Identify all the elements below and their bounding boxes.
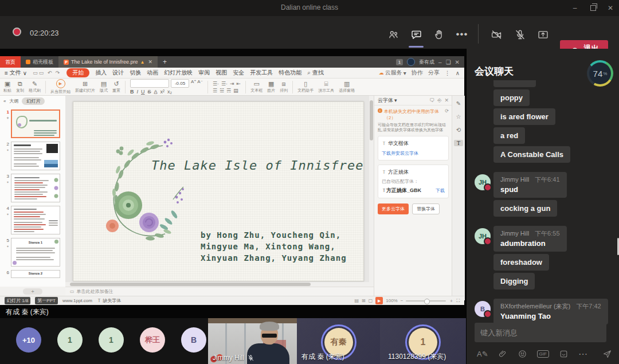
canvas-horizontal-scrollbar[interactable]: [65, 282, 369, 287]
sticker-button[interactable]: [559, 349, 569, 359]
doc-assistant-button[interactable]: ▯文档助手: [297, 80, 314, 93]
participant-avatar[interactable]: B: [181, 327, 206, 353]
zoom-in-button[interactable]: ＋: [449, 298, 453, 304]
reset-button[interactable]: ↺重置: [112, 80, 120, 93]
collaborate-button[interactable]: 协作: [412, 69, 423, 77]
superscript-button[interactable]: x²: [160, 89, 165, 95]
raise-hand-button[interactable]: [430, 25, 448, 44]
wps-tab-document[interactable]: P The Lake Isle of Innisfree.pre ▲ ✕: [58, 56, 158, 68]
chat-bubble[interactable]: A Constable Calls: [493, 146, 570, 163]
list-buttons[interactable]: ☰·☰·⇥⇤: [213, 81, 241, 87]
slide-thumbnail-3[interactable]: [11, 174, 60, 202]
missing-font-status[interactable]: Ｔ 缺失字体: [97, 298, 121, 304]
view-normal-icon[interactable]: ▤: [354, 298, 359, 303]
attach-button[interactable]: [498, 349, 508, 359]
font-size-select[interactable]: -0.05: [171, 79, 189, 88]
font-name-select[interactable]: [130, 79, 169, 88]
chat-bubble[interactable]: Jimmy Hill 下午6:41 spud: [493, 172, 567, 198]
chat-button[interactable]: [407, 25, 425, 44]
menu-file[interactable]: ≡ 文件 ∨: [5, 69, 27, 77]
textbox-button[interactable]: ▭文本框: [250, 80, 263, 93]
video-tile-jimmy[interactable]: Jimmy Hill: [208, 318, 297, 364]
download-install-link[interactable]: 下载并安装云字体: [382, 150, 445, 156]
format-painter-button[interactable]: ✎格式刷: [29, 80, 41, 93]
refresh-icon[interactable]: ⟳: [445, 108, 449, 113]
slide-title[interactable]: The Lake Isle of Innisfree: [151, 158, 363, 173]
account-name[interactable]: 秦有成: [419, 58, 434, 66]
sync-icon[interactable]: ⟲: [454, 127, 463, 133]
selection-pane-button[interactable]: ▥选择窗格: [339, 80, 355, 93]
participant-overflow-avatar[interactable]: +10: [16, 327, 41, 353]
wps-minimize-icon[interactable]: –: [438, 59, 442, 65]
add-slide-button[interactable]: ＋: [23, 288, 42, 295]
share-button[interactable]: 分享: [428, 69, 440, 77]
play-from-current-button[interactable]: ▶从当前开始: [50, 79, 70, 95]
fit-window-icon[interactable]: ⛶: [456, 298, 460, 304]
subscript-button[interactable]: x₂: [167, 89, 172, 95]
notes-placeholder[interactable]: 单击此处添加备注: [77, 288, 113, 295]
slide-thumbnail-4[interactable]: [11, 206, 60, 234]
slide-thumbnail-5[interactable]: Stanza 1: [11, 238, 60, 267]
font-grow-shrink[interactable]: A⁺ A⁻: [191, 79, 203, 88]
menu-more-icon[interactable]: ⋮: [445, 70, 450, 76]
minimize-button[interactable]: –: [565, 0, 585, 16]
wps-tab-home[interactable]: 首页: [0, 56, 21, 68]
menu-find[interactable]: ⌕ 查找: [307, 69, 323, 77]
arrange-button[interactable]: ⧈排列: [280, 80, 288, 93]
menu-insert[interactable]: 插入: [95, 69, 107, 77]
participant-avatar[interactable]: 桦王: [140, 327, 165, 353]
menu-start[interactable]: 开始: [66, 68, 89, 77]
pane-pin-icon[interactable]: ⎆: [437, 97, 441, 104]
slideshow-play-button[interactable]: ▶: [375, 297, 383, 304]
close-tab-icon[interactable]: ✕: [148, 59, 153, 65]
star-icon[interactable]: ☆: [454, 113, 463, 120]
chat-bubble-clipped[interactable]: [493, 80, 536, 87]
chat-message-input[interactable]: [475, 323, 606, 342]
view-sorter-icon[interactable]: ⊞: [362, 298, 366, 303]
view-reading-icon[interactable]: ▢: [369, 298, 373, 303]
collapse-ribbon-icon[interactable]: ∧: [456, 70, 460, 76]
audio-tile-guest[interactable]: 1 1130128399 (来宾): [380, 318, 466, 364]
layout-button[interactable]: ▤版式: [100, 80, 108, 93]
emoji-button[interactable]: [518, 349, 527, 359]
avatar[interactable]: JH: [475, 228, 491, 244]
menu-security[interactable]: 安全: [233, 69, 244, 77]
share-screen-button[interactable]: [534, 25, 552, 44]
chat-bubble[interactable]: a red: [493, 127, 525, 144]
pane-comment-icon[interactable]: 🗨: [429, 97, 434, 104]
italic-button[interactable]: I: [137, 89, 139, 95]
wps-close-icon[interactable]: ✕: [455, 59, 460, 65]
chat-bubble[interactable]: is ared flower: [493, 108, 555, 125]
slide-thumbnail-2[interactable]: [11, 142, 60, 170]
underline-button[interactable]: U: [141, 89, 145, 95]
download-link[interactable]: 下载: [436, 187, 445, 194]
pane-close-icon[interactable]: ✕: [444, 97, 449, 104]
menu-animation[interactable]: 动画: [147, 69, 158, 77]
format-button[interactable]: A✎: [477, 350, 488, 358]
menu-transition[interactable]: 切换: [130, 69, 141, 77]
quick-access-icons[interactable]: ▭▭ ↶ ↷: [33, 70, 61, 76]
menu-features[interactable]: 特色功能: [279, 69, 301, 77]
sign-icon[interactable]: ✎: [454, 100, 463, 107]
menu-slideshow[interactable]: 幻灯片放映: [164, 69, 193, 77]
wps-new-tab-button[interactable]: +: [158, 56, 172, 68]
slide-editing-area[interactable]: The Lake Isle of Innisfree by Hong Zhu, …: [73, 101, 364, 281]
restore-button[interactable]: [583, 0, 603, 16]
more-options-button[interactable]: •••: [453, 25, 471, 44]
chat-bubble[interactable]: Jimmy Hill 下午6:55 adumbration: [493, 226, 567, 252]
audio-tile-youcheng[interactable]: 有秦 有成 秦 (来宾): [297, 318, 380, 364]
paste-button[interactable]: ▣粘贴: [3, 80, 11, 93]
more-cloud-fonts-button[interactable]: 更多云字体: [378, 203, 409, 214]
slide-authors[interactable]: by Hong Zhu, Youcheng Qin, Mingyue Ma, X…: [201, 229, 347, 264]
cloud-service-button[interactable]: ☁云服务 ▾: [379, 69, 406, 77]
menu-review[interactable]: 审阅: [198, 69, 210, 77]
strikethrough-button[interactable]: S: [148, 89, 151, 95]
canvas-vertical-scrollbar[interactable]: [369, 96, 374, 287]
menu-view[interactable]: 视图: [216, 69, 227, 77]
collapse-panel-icon[interactable]: «: [3, 99, 6, 104]
participant-avatar[interactable]: 1: [57, 327, 83, 353]
wps-restore-icon[interactable]: ❏: [446, 59, 451, 65]
present-tools-button[interactable]: ⌸演示工具: [318, 80, 334, 93]
picture-button[interactable]: ▦图片: [267, 80, 275, 93]
chat-bubble[interactable]: Digging: [493, 273, 535, 289]
